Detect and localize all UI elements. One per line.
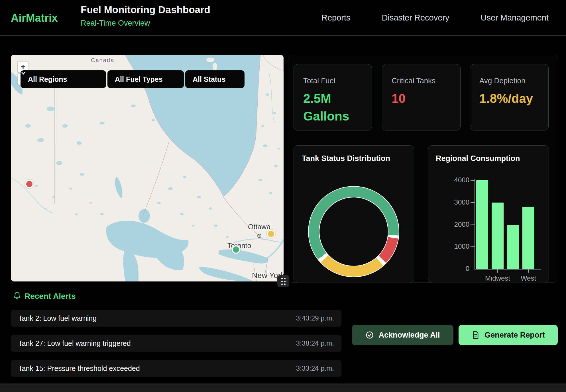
generate-report-button[interactable]: Generate Report: [459, 325, 558, 345]
document-icon: [471, 331, 480, 339]
map-label-canada: Canada: [91, 57, 114, 64]
footer-strip: [0, 383, 566, 392]
alert-row[interactable]: Tank 15: Pressure threshold exceeded 3:3…: [11, 360, 341, 377]
stat-label: Total Fuel: [303, 76, 372, 85]
map-panel: Canada Ottawa Toronto New York + − All R…: [11, 55, 284, 281]
fuel-type-filter-dropdown[interactable]: All Fuel Types: [107, 70, 184, 88]
app-header: AirMatrix Fuel Monitoring Dashboard Real…: [0, 0, 566, 36]
check-circle-icon: [365, 331, 374, 339]
tank-marker-critical[interactable]: [25, 180, 34, 188]
alerts-section-title: Recent Alerts: [25, 292, 76, 301]
alert-row[interactable]: Tank 27: Low fuel warning triggered 3:38…: [11, 335, 341, 352]
alert-timestamp: 3:43:29 p.m.: [296, 314, 334, 322]
alert-row[interactable]: Tank 2: Low fuel warning 3:43:29 p.m.: [11, 310, 341, 327]
nav-user-management[interactable]: User Management: [481, 13, 549, 23]
page-title: Fuel Monitoring Dashboard: [81, 4, 210, 15]
stat-card-critical-tanks: Critical Tanks 10: [382, 64, 461, 130]
nav-reports[interactable]: Reports: [321, 13, 351, 23]
acknowledge-all-button[interactable]: Acknowledge All: [352, 325, 453, 345]
nav-disaster-recovery[interactable]: Disaster Recovery: [382, 13, 449, 23]
stat-value-total-fuel: 2.5M Gallons: [303, 90, 357, 125]
alert-timestamp: 3:33:24 p.m.: [296, 364, 334, 372]
stat-label: Avg Depletion: [479, 76, 548, 85]
alert-timestamp: 3:38:24 p.m.: [296, 339, 334, 347]
stat-value-critical-tanks: 10: [392, 90, 460, 107]
alert-message: Tank 2: Low fuel warning: [18, 314, 97, 322]
status-filter-dropdown[interactable]: All Status: [185, 70, 245, 88]
map-label-ottawa: Ottawa: [248, 223, 270, 231]
region-filter-value: All Regions: [28, 75, 67, 83]
donut-hole: [319, 197, 388, 266]
chart-title: Regional Consumption: [436, 154, 520, 163]
generate-report-label: Generate Report: [484, 331, 545, 340]
region-filter-dropdown[interactable]: All Regions: [21, 70, 106, 88]
dashboard-page: AirMatrix Fuel Monitoring Dashboard Real…: [0, 0, 566, 392]
regional-consumption-chart-card: Regional Consumption 40003000200010000Mi…: [428, 145, 549, 283]
map-filter-bar: All Regions All Fuel Types All Status: [21, 70, 245, 88]
tank-marker-normal[interactable]: [232, 245, 240, 254]
map-resize-handle[interactable]: [277, 275, 289, 287]
fuel-type-filter-value: All Fuel Types: [115, 75, 163, 83]
chart-title: Tank Status Distribution: [302, 154, 390, 163]
acknowledge-all-label: Acknowledge All: [378, 331, 440, 340]
tank-status-chart-card: Tank Status Distribution: [294, 145, 414, 283]
main-nav: Reports Disaster Recovery User Managemen…: [321, 0, 549, 36]
stat-value-avg-depletion: 1.8%/day: [479, 90, 522, 107]
stat-card-total-fuel: Total Fuel 2.5M Gallons: [294, 64, 372, 130]
status-filter-value: All Status: [193, 75, 225, 83]
tank-marker-warning[interactable]: [267, 230, 275, 238]
stat-card-avg-depletion: Avg Depletion 1.8%/day: [470, 64, 549, 130]
bell-icon: [13, 291, 22, 301]
chevron-down-icon: [21, 70, 26, 76]
alert-message: Tank 15: Pressure threshold exceeded: [18, 364, 140, 373]
alert-message: Tank 27: Low fuel warning triggered: [18, 339, 131, 348]
page-subtitle: Real-Time Overview: [81, 19, 150, 28]
brand-logo: AirMatrix: [11, 12, 58, 24]
stat-label: Critical Tanks: [392, 76, 460, 85]
